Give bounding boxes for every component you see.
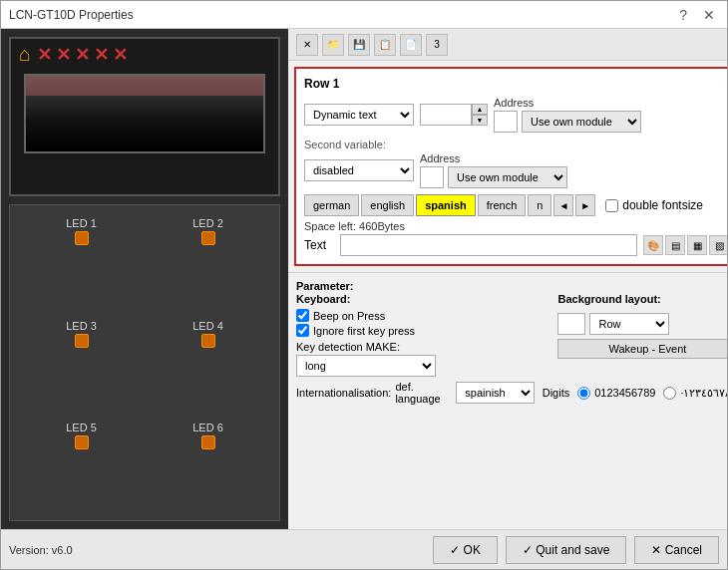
footer: Version: v6.0 ✓ OK ✓ Quit and save ✕ Can… bbox=[1, 529, 727, 569]
time-up-button[interactable]: ▲ bbox=[472, 104, 488, 115]
digits-radio-2[interactable] bbox=[663, 387, 676, 400]
toolbar-paste-btn[interactable]: 📄 bbox=[400, 34, 422, 56]
intl-section: Internationalisation: def. language spai… bbox=[296, 381, 535, 405]
detect-label: Key detection MAKE: bbox=[296, 341, 400, 353]
def-lang-select[interactable]: spainish bbox=[456, 382, 534, 404]
title-bar-controls: ? ✕ bbox=[675, 7, 719, 23]
module2-select[interactable]: Use own module bbox=[448, 166, 567, 188]
led-1-indicator bbox=[75, 231, 89, 245]
main-content: ⌂ ✕ ✕ ✕ ✕ ✕ LED 1 bbox=[1, 29, 727, 529]
time-spinner: 60 sec. ▲ ▼ bbox=[420, 104, 488, 126]
tab-english[interactable]: english bbox=[361, 194, 414, 216]
align-left-btn[interactable]: ▤ bbox=[665, 235, 685, 255]
address1-label: Address bbox=[494, 97, 641, 109]
intl-row: Internationalisation: def. language spai… bbox=[296, 381, 727, 405]
keyboard-label: Keyboard: bbox=[296, 293, 549, 305]
toolbar-open-btn[interactable]: 📁 bbox=[322, 34, 344, 56]
tab-n[interactable]: n bbox=[528, 194, 551, 216]
help-button[interactable]: ? bbox=[675, 7, 691, 23]
led-4-label: LED 4 bbox=[192, 320, 223, 332]
device-top-row: ⌂ ✕ ✕ ✕ ✕ ✕ bbox=[11, 39, 278, 70]
text-toolbar: 🎨 ▤ ▦ ▧ bbox=[643, 235, 727, 255]
digits-radio-1-row: 0123456789 bbox=[577, 387, 655, 400]
bg-row: 1 Row bbox=[557, 313, 727, 335]
params-row: Keyboard: Beep on Press Ignore first key… bbox=[296, 293, 727, 377]
bg-label: Background layout: bbox=[557, 293, 727, 305]
digits-option-2: ·١٢٣٤٥٦٧٨٩ bbox=[680, 387, 727, 400]
x-mark-3: ✕ bbox=[75, 44, 90, 66]
led-grid: LED 1 LED 2 LED 3 LED 4 LED 5 bbox=[9, 204, 280, 521]
row1-title: Row 1 bbox=[304, 77, 727, 91]
module1-select[interactable]: Use own module bbox=[522, 111, 641, 133]
led-3-item: LED 3 bbox=[26, 320, 137, 407]
led-5-indicator bbox=[75, 435, 89, 449]
beep-checkbox[interactable] bbox=[296, 309, 309, 322]
time-down-button[interactable]: ▼ bbox=[472, 115, 488, 126]
right-panel: ✕ 📁 💾 📋 📄 3 Row 1 Dynamic text bbox=[288, 29, 727, 529]
toolbar-cancel-btn[interactable]: ✕ bbox=[296, 34, 318, 56]
led-4-item: LED 4 bbox=[153, 320, 263, 407]
toolbar-num-btn[interactable]: 3 bbox=[426, 34, 448, 56]
tab-next-button[interactable]: ► bbox=[575, 194, 595, 216]
beep-label: Beep on Press bbox=[313, 310, 385, 322]
language-tabs: german english spanish french n ◄ ► doub… bbox=[304, 194, 727, 216]
time-input[interactable]: 60 sec. bbox=[420, 104, 472, 126]
bg-num-input[interactable]: 1 bbox=[557, 313, 585, 335]
footer-buttons: ✓ OK ✓ Quit and save ✕ Cancel bbox=[433, 536, 719, 564]
tab-spanish[interactable]: spanish bbox=[416, 194, 476, 216]
color-picker-btn[interactable]: 🎨 bbox=[643, 235, 663, 255]
x-mark-1: ✕ bbox=[37, 44, 52, 66]
tab-german[interactable]: german bbox=[304, 194, 359, 216]
led-2-label: LED 2 bbox=[192, 217, 223, 229]
wakeup-button[interactable]: Wakeup - Event bbox=[557, 339, 727, 359]
led-6-indicator bbox=[201, 435, 215, 449]
address2-input[interactable]: 0 bbox=[420, 166, 444, 188]
bg-type-select[interactable]: Row bbox=[589, 313, 669, 335]
text-label: Text bbox=[304, 238, 334, 252]
screen-highlight bbox=[26, 76, 262, 96]
bottom-panel: Parameter: Keyboard: Beep on Press Ignor… bbox=[288, 272, 727, 411]
address2-row: 0 Use own module bbox=[420, 166, 567, 188]
led-1-item: LED 1 bbox=[26, 217, 137, 304]
x-mark-4: ✕ bbox=[94, 44, 109, 66]
digits-label: Digits bbox=[543, 387, 570, 399]
double-fontsize-checkbox[interactable] bbox=[605, 199, 618, 212]
ignore-checkbox[interactable] bbox=[296, 324, 309, 337]
quit-save-button[interactable]: ✓ Quit and save bbox=[506, 536, 626, 564]
close-button[interactable]: ✕ bbox=[699, 7, 719, 23]
led-5-label: LED 5 bbox=[66, 422, 97, 433]
led-2-item: LED 2 bbox=[153, 217, 263, 304]
digits-option-1: 0123456789 bbox=[594, 387, 655, 399]
led-3-label: LED 3 bbox=[66, 320, 97, 332]
window-title: LCN-GT10D Properties bbox=[9, 8, 134, 22]
first-variable-row: Dynamic text 60 sec. ▲ ▼ Address 0 bbox=[304, 97, 727, 133]
led-1-label: LED 1 bbox=[66, 217, 97, 229]
tab-prev-button[interactable]: ◄ bbox=[553, 194, 573, 216]
ok-button[interactable]: ✓ OK bbox=[433, 536, 498, 564]
cancel-button[interactable]: ✕ Cancel bbox=[634, 536, 719, 564]
variable-type-select[interactable]: Dynamic text bbox=[304, 104, 414, 126]
device-display: ⌂ ✕ ✕ ✕ ✕ ✕ bbox=[9, 37, 280, 196]
space-left: Space left: 460Bytes bbox=[304, 220, 727, 232]
led-3-indicator bbox=[75, 334, 89, 348]
address1-input[interactable]: 0 bbox=[494, 111, 518, 133]
align-right-btn[interactable]: ▧ bbox=[709, 235, 727, 255]
toolbar: ✕ 📁 💾 📋 📄 3 bbox=[288, 29, 727, 61]
time-spinner-buttons: ▲ ▼ bbox=[472, 104, 488, 126]
x-mark-2: ✕ bbox=[56, 44, 71, 66]
address2-section: Address 0 Use own module bbox=[420, 152, 567, 188]
second-var-select[interactable]: disabled bbox=[304, 159, 414, 181]
digits-section: Digits 0123456789 ·١٢٣٤٥٦٧٨٩ bbox=[543, 387, 727, 400]
detect-select[interactable]: long bbox=[296, 355, 436, 377]
detect-row: Key detection MAKE: bbox=[296, 341, 549, 353]
text-row: Text 🎨 ▤ ▦ ▧ bbox=[304, 234, 727, 256]
digits-radio-1[interactable] bbox=[577, 387, 590, 400]
def-lang-label: def. language bbox=[395, 381, 452, 405]
tab-french[interactable]: french bbox=[478, 194, 527, 216]
device-screen bbox=[24, 74, 264, 153]
text-input[interactable] bbox=[340, 234, 637, 256]
toolbar-save-btn[interactable]: 💾 bbox=[348, 34, 370, 56]
toolbar-copy-btn[interactable]: 📋 bbox=[374, 34, 396, 56]
led-5-item: LED 5 bbox=[26, 422, 137, 508]
align-center-btn[interactable]: ▦ bbox=[687, 235, 707, 255]
